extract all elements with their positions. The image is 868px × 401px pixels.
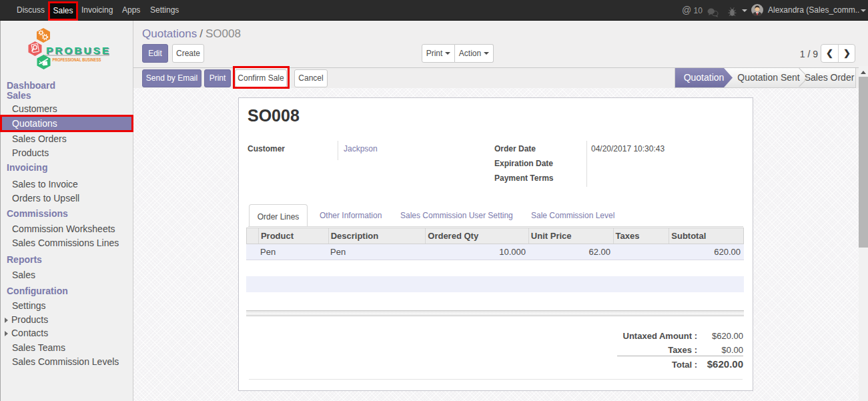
svg-text:PROBUSE: PROBUSE	[46, 45, 109, 56]
svg-text:PROFESSIONAL BUSINESS: PROFESSIONAL BUSINESS	[53, 57, 101, 63]
